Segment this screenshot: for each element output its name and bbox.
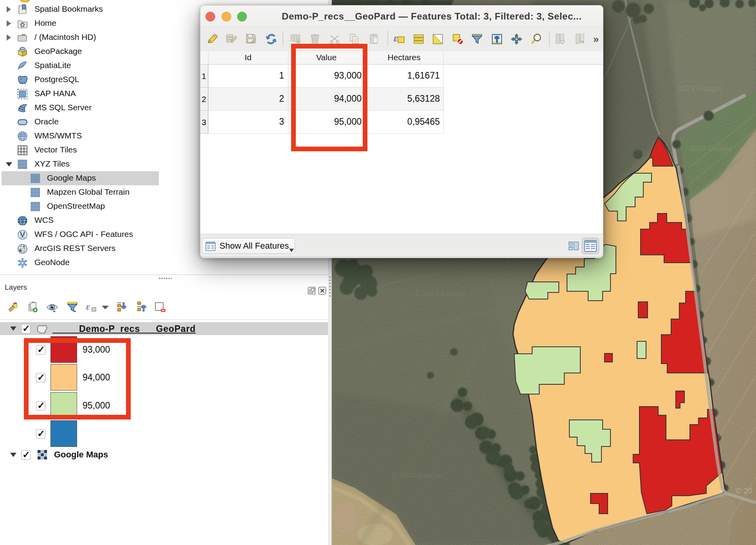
svg-text:© 20: © 20 [736, 486, 752, 495]
svg-text:2023 Google: 2023 Google [689, 144, 732, 152]
svg-text:2023 Google: 2023 Google [677, 84, 722, 93]
svg-text:© 2023 Google: © 2023 Google [415, 289, 465, 298]
svg-text:ε: ε [86, 302, 90, 312]
svg-text:ε: ε [394, 33, 398, 44]
